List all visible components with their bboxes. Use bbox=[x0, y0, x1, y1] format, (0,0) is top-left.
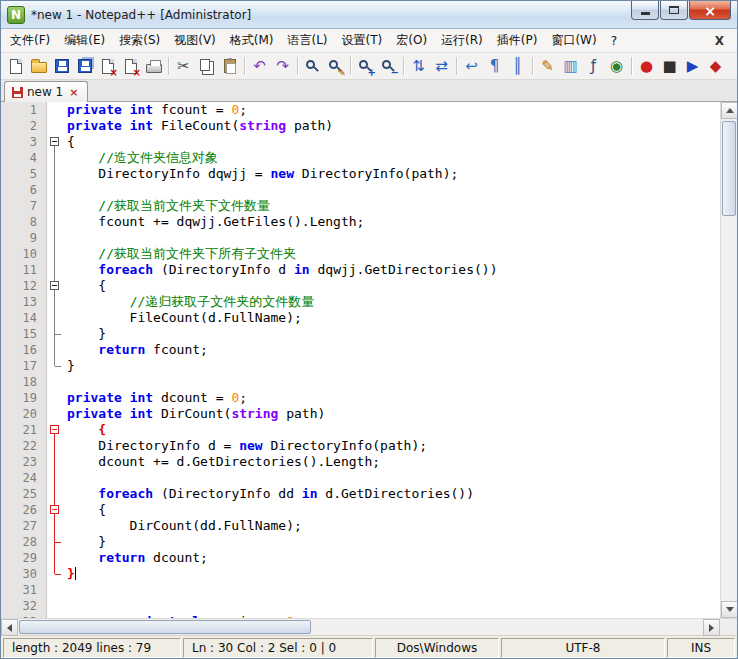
scroll-up-button[interactable] bbox=[721, 102, 738, 119]
code-text[interactable]: { bbox=[63, 278, 720, 294]
code-text[interactable]: FileCount(d.FullName); bbox=[63, 310, 720, 326]
close-file-icon[interactable]: × bbox=[96, 55, 119, 78]
menu-item-1[interactable]: 文件(F) bbox=[3, 29, 57, 52]
code-text[interactable]: } bbox=[63, 566, 720, 582]
redo-icon[interactable]: ↷ bbox=[271, 55, 294, 78]
code-text[interactable]: } bbox=[63, 534, 720, 550]
code-text[interactable]: //递归获取子文件夹的文件数量 bbox=[63, 294, 720, 310]
user-defined-dialog-icon[interactable]: ✎ bbox=[536, 55, 559, 78]
code-text[interactable]: } bbox=[63, 358, 720, 374]
fold-toggle[interactable] bbox=[47, 134, 63, 150]
code-text[interactable]: foreach (DirectoryInfo d in dqwjj.GetDir… bbox=[63, 262, 720, 278]
code-text[interactable]: private int DirCount(string path) bbox=[63, 406, 720, 422]
menu-item-5[interactable]: 格式(M) bbox=[223, 29, 281, 52]
macro-save-icon[interactable]: ◆ bbox=[704, 55, 727, 78]
tab-new-1[interactable]: new 1 bbox=[4, 81, 88, 102]
code-text[interactable]: DirectoryInfo dqwjj = new DirectoryInfo(… bbox=[63, 166, 720, 182]
code-text[interactable]: //获取当前文件夹下文件数量 bbox=[63, 198, 720, 214]
zoom-out-icon[interactable]: − bbox=[377, 55, 400, 78]
code-text[interactable]: return fcount; bbox=[63, 342, 720, 358]
code-text[interactable]: private int fcount = 0; bbox=[63, 102, 720, 118]
show-indent-guide-icon[interactable]: ║ bbox=[506, 55, 529, 78]
code-text[interactable] bbox=[63, 598, 720, 614]
show-all-characters-icon[interactable]: ¶ bbox=[483, 55, 506, 78]
maximize-button[interactable] bbox=[660, 1, 688, 20]
code-text[interactable]: //获取当前文件夹下所有子文件夹 bbox=[63, 246, 720, 262]
menu-item-7[interactable]: 设置(T) bbox=[335, 29, 390, 52]
menu-item-9[interactable]: 运行(R) bbox=[434, 29, 490, 52]
macro-stop-icon[interactable]: ■ bbox=[658, 55, 681, 78]
code-text[interactable]: //造文件夹信息对象 bbox=[63, 150, 720, 166]
horizontal-scrollbar[interactable] bbox=[1, 618, 737, 635]
sync-scroll-vertical-icon[interactable]: ⇅ bbox=[407, 55, 430, 78]
code-text[interactable]: fcount += dqwjj.GetFiles().Length; bbox=[63, 214, 720, 230]
scroll-left-button[interactable] bbox=[1, 619, 18, 636]
macro-playback-icon[interactable]: ▶ bbox=[681, 55, 704, 78]
status-insert-mode[interactable]: INS bbox=[667, 638, 735, 658]
menu-item-10[interactable]: 插件(P) bbox=[490, 29, 545, 52]
code-text[interactable]: { bbox=[63, 422, 720, 438]
menu-item-4[interactable]: 视图(V) bbox=[167, 29, 223, 52]
code-text[interactable]: { bbox=[63, 134, 720, 150]
print-icon[interactable] bbox=[142, 55, 165, 78]
undo-icon[interactable]: ↶ bbox=[248, 55, 271, 78]
code-text[interactable]: return dcount; bbox=[63, 550, 720, 566]
function-list-icon[interactable]: ƒ bbox=[582, 55, 605, 78]
word-wrap-icon[interactable]: ↩ bbox=[460, 55, 483, 78]
vertical-scrollbar-thumb[interactable] bbox=[722, 121, 736, 216]
code-text[interactable]: private int dcount = 0; bbox=[63, 390, 720, 406]
horizontal-scrollbar-thumb[interactable] bbox=[19, 620, 311, 634]
close-button[interactable] bbox=[689, 1, 731, 20]
code-lines[interactable]: 1private int fcount = 0;2private int Fil… bbox=[1, 102, 720, 618]
zoom-in-icon[interactable]: + bbox=[354, 55, 377, 78]
cut-icon[interactable]: ✂ bbox=[172, 55, 195, 78]
sync-scroll-horizontal-icon[interactable]: ⇄ bbox=[430, 55, 453, 78]
fold-toggle[interactable] bbox=[47, 278, 63, 294]
menu-item-3[interactable]: 搜索(S) bbox=[112, 29, 167, 52]
menu-item-6[interactable]: 语言(L) bbox=[281, 29, 335, 52]
paste-icon[interactable] bbox=[218, 55, 241, 78]
find-icon[interactable] bbox=[301, 55, 324, 78]
monitoring-icon[interactable]: ◉ bbox=[605, 55, 628, 78]
fold-toggle[interactable] bbox=[47, 502, 63, 518]
code-text[interactable]: DirectoryInfo d = new DirectoryInfo(path… bbox=[63, 438, 720, 454]
title-bar[interactable]: N *new 1 - Notepad++ [Administrator] bbox=[1, 1, 737, 29]
code-text[interactable]: DirCount(dd.FullName); bbox=[63, 518, 720, 534]
document-map-icon[interactable]: ▥ bbox=[559, 55, 582, 78]
fold-line bbox=[54, 182, 55, 198]
code-text[interactable]: { bbox=[63, 502, 720, 518]
replace-icon[interactable]: ✎ bbox=[324, 55, 347, 78]
scroll-down-button[interactable] bbox=[721, 601, 738, 618]
code-text[interactable] bbox=[63, 230, 720, 246]
open-file-icon[interactable] bbox=[27, 55, 50, 78]
close-document-button[interactable]: X bbox=[711, 32, 728, 50]
code-text[interactable] bbox=[63, 582, 720, 598]
macro-record-icon[interactable]: ● bbox=[635, 55, 658, 78]
code-text[interactable] bbox=[63, 374, 720, 390]
code-text[interactable]: foreach (DirectoryInfo dd in d.GetDirect… bbox=[63, 486, 720, 502]
code-text[interactable] bbox=[63, 470, 720, 486]
code-segment: d.GetDirectories()) bbox=[317, 486, 474, 501]
code-line: 21 { bbox=[1, 422, 720, 438]
menu-item-12[interactable]: ? bbox=[604, 31, 624, 51]
code-text[interactable]: private int FileCount(string path) bbox=[63, 118, 720, 134]
code-text[interactable]: dcount += d.GetDirectories().Length; bbox=[63, 454, 720, 470]
tab-close-icon[interactable] bbox=[67, 86, 80, 99]
fold-toggle[interactable] bbox=[47, 422, 63, 438]
close-all-icon[interactable]: × bbox=[119, 55, 142, 78]
save-all-icon[interactable] bbox=[73, 55, 96, 78]
status-eol-format[interactable]: Dos\Windows bbox=[375, 638, 499, 658]
minimize-button[interactable] bbox=[631, 1, 659, 20]
save-file-icon[interactable] bbox=[50, 55, 73, 78]
code-line: 26 { bbox=[1, 502, 720, 518]
scroll-right-button[interactable] bbox=[703, 619, 720, 636]
menu-item-11[interactable]: 窗口(W) bbox=[544, 29, 603, 52]
copy-icon[interactable] bbox=[195, 55, 218, 78]
menu-item-2[interactable]: 编辑(E) bbox=[57, 29, 112, 52]
new-file-icon[interactable] bbox=[4, 55, 27, 78]
menu-item-8[interactable]: 宏(O) bbox=[389, 29, 434, 52]
status-encoding[interactable]: UTF-8 bbox=[501, 638, 665, 658]
code-text[interactable] bbox=[63, 182, 720, 198]
vertical-scrollbar[interactable] bbox=[720, 102, 737, 618]
code-text[interactable]: } bbox=[63, 326, 720, 342]
